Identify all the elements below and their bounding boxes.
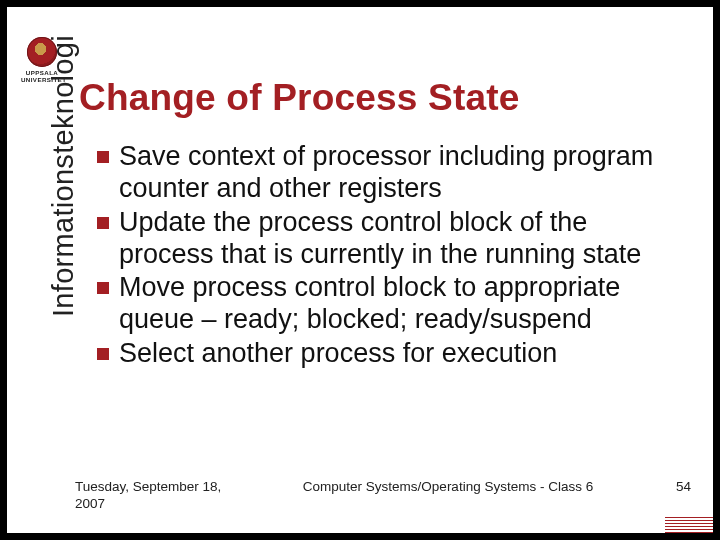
bullet-text: Update the process control block of the … bbox=[119, 207, 687, 271]
sidebar-vertical-label: Informationsteknologi bbox=[47, 35, 80, 317]
square-bullet-icon bbox=[97, 217, 109, 229]
slide: UPPSALA UNIVERSITET Change of Process St… bbox=[7, 7, 713, 533]
list-item: Save context of processor including prog… bbox=[97, 141, 687, 205]
slide-footer: Tuesday, September 18, 2007 Computer Sys… bbox=[75, 479, 691, 513]
slide-title: Change of Process State bbox=[79, 77, 520, 119]
square-bullet-icon bbox=[97, 282, 109, 294]
bullet-list: Save context of processor including prog… bbox=[97, 141, 687, 372]
list-item: Move process control block to appropriat… bbox=[97, 272, 687, 336]
bullet-text: Select another process for execution bbox=[119, 338, 557, 370]
square-bullet-icon bbox=[97, 151, 109, 163]
footer-title: Computer Systems/Operating Systems - Cla… bbox=[245, 479, 651, 494]
list-item: Update the process control block of the … bbox=[97, 207, 687, 271]
bullet-text: Move process control block to appropriat… bbox=[119, 272, 687, 336]
footer-page-number: 54 bbox=[651, 479, 691, 494]
bullet-text: Save context of processor including prog… bbox=[119, 141, 687, 205]
list-item: Select another process for execution bbox=[97, 338, 687, 370]
footer-date: Tuesday, September 18, 2007 bbox=[75, 479, 245, 513]
decorative-stripes bbox=[665, 517, 713, 533]
square-bullet-icon bbox=[97, 348, 109, 360]
